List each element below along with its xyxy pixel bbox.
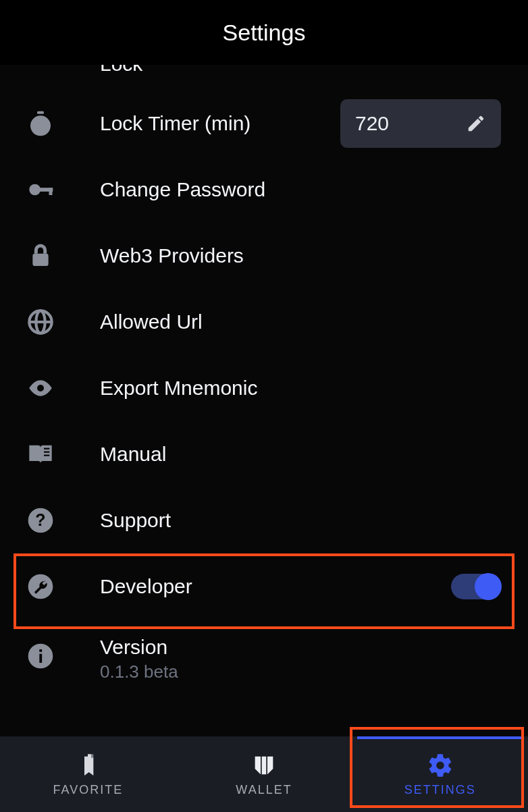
change-password-label: Change Password bbox=[100, 178, 501, 201]
export-mnemonic-label: Export Mnemonic bbox=[100, 377, 501, 400]
nav-settings-label: SETTINGS bbox=[404, 783, 476, 797]
svg-point-10 bbox=[37, 385, 44, 391]
svg-text:?: ? bbox=[35, 510, 45, 529]
svg-rect-6 bbox=[32, 254, 48, 266]
lock-timer-label: Lock Timer (min) bbox=[100, 112, 340, 135]
page-title: Settings bbox=[223, 20, 306, 46]
row-support[interactable]: ? Support bbox=[20, 487, 508, 553]
stopwatch-icon bbox=[27, 110, 54, 137]
manual-label: Manual bbox=[100, 443, 501, 466]
wrench-icon bbox=[27, 573, 54, 600]
svg-point-2 bbox=[30, 115, 51, 136]
row-manual[interactable]: Manual bbox=[20, 421, 508, 487]
allowed-url-label: Allowed Url bbox=[100, 310, 501, 333]
book-icon bbox=[27, 441, 54, 468]
gear-icon bbox=[427, 752, 454, 779]
bottom-nav: FAVORITE WALLET SETTINGS bbox=[0, 736, 528, 812]
developer-label: Developer bbox=[100, 575, 451, 598]
svg-rect-19 bbox=[39, 649, 42, 652]
support-label: Support bbox=[100, 509, 501, 532]
svg-rect-18 bbox=[39, 654, 42, 663]
svg-rect-1 bbox=[37, 111, 44, 114]
nav-settings[interactable]: SETTINGS bbox=[352, 736, 528, 812]
version-label: Version bbox=[100, 636, 501, 659]
header: Settings bbox=[0, 0, 528, 65]
row-web3-providers[interactable]: Web3 Providers bbox=[20, 223, 508, 289]
row-export-mnemonic[interactable]: Export Mnemonic bbox=[20, 355, 508, 421]
toggle-knob bbox=[475, 573, 502, 600]
info-icon bbox=[27, 643, 54, 670]
svg-rect-5 bbox=[49, 188, 53, 195]
nav-wallet[interactable]: WALLET bbox=[176, 736, 352, 812]
row-developer: Developer bbox=[20, 553, 508, 620]
lock-timer-input[interactable]: 720 bbox=[340, 99, 501, 148]
settings-list: Lock Lock Timer (min) 720 bbox=[0, 65, 528, 736]
version-value: 0.1.3 beta bbox=[100, 661, 501, 682]
bookmark-icon bbox=[74, 752, 101, 779]
row-lock[interactable]: Lock bbox=[20, 65, 508, 72]
nav-favorite-label: FAVORITE bbox=[53, 783, 123, 797]
row-allowed-url[interactable]: Allowed Url bbox=[20, 289, 508, 355]
eye-icon bbox=[27, 375, 54, 402]
lock-icon bbox=[27, 242, 54, 269]
web3-providers-label: Web3 Providers bbox=[100, 244, 501, 267]
developer-toggle[interactable] bbox=[451, 574, 501, 599]
lock-label: Lock bbox=[100, 65, 142, 67]
svg-point-3 bbox=[29, 184, 41, 196]
active-indicator bbox=[357, 736, 523, 739]
row-change-password[interactable]: Change Password bbox=[20, 157, 508, 223]
wallet-icon bbox=[250, 752, 278, 779]
row-version: Version 0.1.3 beta bbox=[20, 620, 508, 686]
edit-icon bbox=[466, 113, 486, 134]
key-icon bbox=[27, 176, 54, 203]
nav-favorite[interactable]: FAVORITE bbox=[0, 736, 176, 812]
globe-icon bbox=[27, 308, 54, 335]
nav-wallet-label: WALLET bbox=[236, 783, 292, 797]
help-icon: ? bbox=[27, 507, 54, 534]
lock-timer-value: 720 bbox=[355, 112, 389, 135]
row-lock-timer: Lock Timer (min) 720 bbox=[20, 90, 508, 157]
